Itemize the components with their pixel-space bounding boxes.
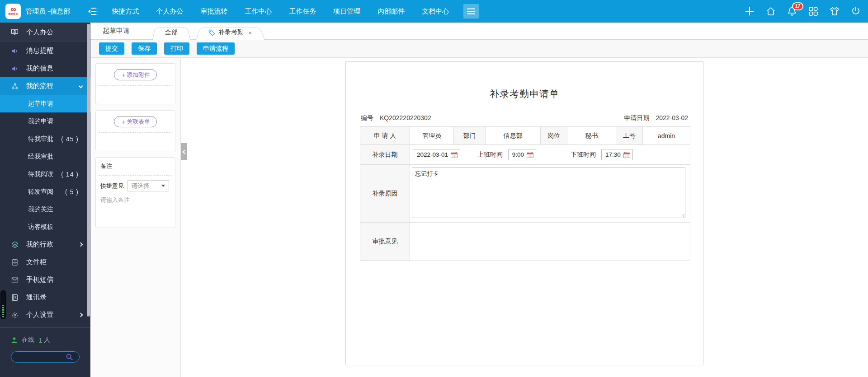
- sidebar-item-my-messages[interactable]: 我的信息: [0, 60, 90, 77]
- nav-shortcuts[interactable]: 快捷方式: [112, 7, 139, 16]
- chevron-right-icon: [79, 313, 83, 317]
- speaker-icon: [11, 65, 19, 72]
- subitem-label: 起草申请: [28, 100, 53, 108]
- table-row-record-date: 补录日期 2022-03-01 上班时间 9:00: [360, 145, 690, 165]
- start-time-input[interactable]: 9:00: [508, 149, 536, 160]
- sidebar-subitem-draft-application[interactable]: 起草申请: [0, 95, 90, 112]
- dept-value: 信息部: [486, 127, 541, 145]
- record-date-input[interactable]: 2022-03-01: [413, 149, 460, 160]
- chevron-left-icon: [183, 149, 187, 154]
- sidebar-subitem-pending-read[interactable]: 待我阅读 ( 14 ): [0, 165, 90, 183]
- subitem-label: 待我阅读: [28, 170, 53, 178]
- search-icon[interactable]: [66, 353, 73, 361]
- close-tab-icon[interactable]: ×: [248, 29, 252, 37]
- print-button[interactable]: 打印: [164, 42, 189, 55]
- reason-textarea[interactable]: 忘记打卡: [412, 168, 685, 218]
- calendar-icon[interactable]: [527, 152, 533, 158]
- nav-work-center[interactable]: 工作中心: [245, 7, 272, 16]
- apply-flow-button[interactable]: 申请流程: [197, 42, 235, 55]
- calendar-icon[interactable]: [623, 152, 630, 158]
- sidebar-scrollbar[interactable]: [87, 24, 90, 316]
- apply-date-value: 2022-03-02: [656, 114, 688, 122]
- more-menu-button[interactable]: [463, 4, 479, 19]
- app-logo[interactable]: ∞ 华天动力: [5, 4, 21, 19]
- cabinet-icon: [11, 258, 19, 266]
- tab-label: 补录考勤: [218, 28, 244, 37]
- sidebar-item-file-cabinet[interactable]: 文件柜: [0, 253, 90, 271]
- sidebar-subitem-approved-by-me[interactable]: 经我审批: [0, 148, 90, 165]
- sidebar-item-label: 手机短信: [26, 275, 53, 284]
- applicant-value: 管理员: [410, 127, 454, 145]
- nav-document-center[interactable]: 文档中心: [422, 7, 449, 16]
- nav-project-management[interactable]: 项目管理: [333, 7, 360, 16]
- tab-attendance-makeup[interactable]: 补录考勤 ×: [200, 25, 260, 40]
- count-badge: ( 45 ): [61, 135, 79, 143]
- linked-form-box: ＋关联表单: [95, 110, 175, 151]
- calendar-icon[interactable]: [451, 152, 458, 158]
- add-attachment-button[interactable]: ＋添加附件: [114, 69, 157, 80]
- sidebar-item-personal-office[interactable]: 个人办公: [0, 23, 90, 42]
- tshirt-icon: [829, 6, 840, 17]
- note-input-placeholder[interactable]: 请输入备注: [100, 196, 170, 204]
- apps-grid-icon: [808, 6, 818, 16]
- notification-badge: 17: [792, 2, 803, 10]
- notifications-button[interactable]: 17: [786, 5, 798, 17]
- sidebar-item-label: 文件柜: [26, 258, 47, 266]
- sidebar-subitem-forwarded-review[interactable]: 转发查阅 ( 5 ): [0, 183, 90, 200]
- form-card: 补录考勤申请单 编号 KQ202220220302 申请日期 2022-03-0…: [345, 61, 703, 365]
- apply-date-label: 申请日期: [624, 114, 649, 122]
- address-book-icon: [11, 293, 19, 301]
- quick-opinion-select[interactable]: 请选择: [127, 180, 169, 191]
- dept-label: 部门: [454, 127, 486, 145]
- collapse-menu-icon: [88, 6, 99, 16]
- home-button[interactable]: [765, 5, 777, 17]
- nav-approval-flow[interactable]: 审批流转: [200, 7, 227, 16]
- section-title: 起草申请: [103, 27, 130, 35]
- quick-opinion-label: 快捷意见: [100, 182, 124, 190]
- sidebar-item-label: 通讯录: [26, 293, 47, 302]
- sidebar-item-label: 我的信息: [26, 64, 53, 73]
- note-box: 备注 快捷意见 请选择 请输入备注: [95, 157, 175, 228]
- end-time-input[interactable]: 17:30: [601, 149, 633, 160]
- divider: [99, 175, 172, 176]
- link-form-button[interactable]: ＋关联表单: [114, 116, 157, 127]
- top-navbar: ∞ 华天动力 管理员 -信息部 快捷方式 个人办公 审批流转 工作中心 工作任务…: [0, 0, 868, 23]
- tab-all[interactable]: 全部: [157, 25, 186, 40]
- nav-internal-mail[interactable]: 内部邮件: [377, 7, 405, 16]
- sidebar-item-contacts[interactable]: 通讯录: [0, 289, 90, 306]
- save-button[interactable]: 保存: [132, 42, 157, 55]
- submit-button[interactable]: 提交: [99, 42, 124, 55]
- sidebar-item-sms[interactable]: 手机短信: [0, 271, 90, 289]
- nav-work-tasks[interactable]: 工作任务: [289, 7, 316, 16]
- nav-personal-office[interactable]: 个人办公: [156, 7, 183, 16]
- dropdown-caret-icon: [161, 185, 165, 187]
- sidebar-item-personal-settings[interactable]: 个人设置: [0, 306, 90, 324]
- apps-button[interactable]: [807, 5, 819, 17]
- theme-button[interactable]: [829, 5, 840, 17]
- reason-label: 补录原因: [360, 165, 410, 223]
- empno-label: 工号: [616, 127, 643, 145]
- subitem-label: 转发查阅: [28, 188, 53, 196]
- subitem-label: 我的关注: [28, 205, 53, 214]
- sidebar-item-my-admin[interactable]: 我的行政: [0, 236, 90, 253]
- sidebar-collapse-button[interactable]: [86, 5, 100, 18]
- current-user-label: 管理员 -信息部: [25, 7, 70, 16]
- note-title: 备注: [100, 162, 170, 170]
- sidebar-item-my-workflow[interactable]: 我的流程: [0, 77, 90, 95]
- sidebar-subitem-visitor-template[interactable]: 访客模板: [0, 218, 90, 236]
- sidebar-item-message-alerts[interactable]: 消息提醒: [0, 42, 90, 60]
- chevron-right-icon: [79, 242, 83, 247]
- logout-button[interactable]: [850, 5, 862, 17]
- panel-collapse-handle[interactable]: [181, 143, 187, 160]
- subitem-label: 经我审批: [28, 153, 53, 161]
- online-suffix: 人: [44, 336, 50, 344]
- logo-brand-text: 华天动力: [8, 12, 18, 16]
- table-row-applicant: 申 请 人 管理员 部门 信息部 岗位 秘书 工号 admin: [360, 127, 690, 145]
- sidebar-item-label: 个人办公: [26, 28, 53, 37]
- sidebar-subitem-my-applications[interactable]: 我的申请: [0, 112, 90, 130]
- sidebar-subitem-pending-approval[interactable]: 待我审批 ( 45 ): [0, 130, 90, 148]
- new-item-button[interactable]: [744, 5, 755, 17]
- online-count: 1: [38, 336, 42, 344]
- sidebar-subitem-my-follows[interactable]: 我的关注: [0, 200, 90, 218]
- plus-icon: [744, 6, 755, 17]
